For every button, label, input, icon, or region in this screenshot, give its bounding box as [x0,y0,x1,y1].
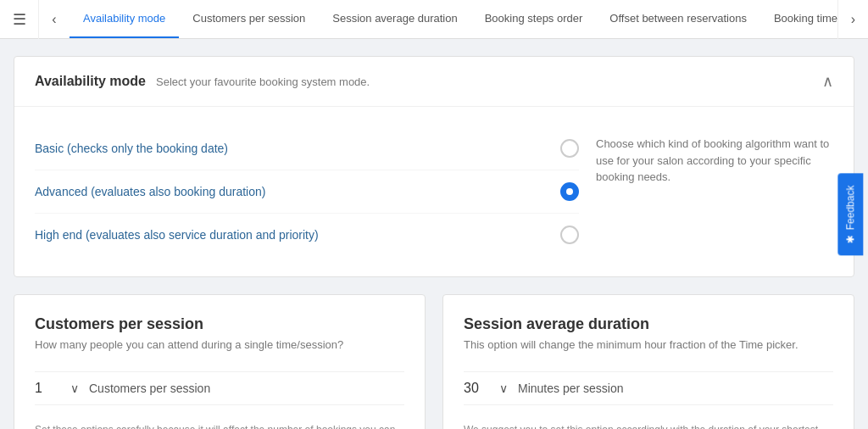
radio-option-advanced[interactable]: Advanced (evaluates also booking duratio… [35,170,579,214]
customers-dropdown-arrow[interactable]: ∨ [70,382,79,395]
session-input-row: 30 ∨ Minutes per session [464,371,833,405]
availability-title-group: Availability mode Select your favourite … [35,74,370,89]
customers-card-title: Customers per session [35,315,404,333]
top-navigation: ☰ ‹ Availability mode Customers per sess… [0,0,868,39]
availability-mode-description: Choose which kind of booking algorithm w… [596,127,833,256]
radio-option-basic[interactable]: Basic (checks only the booking date) [35,127,579,170]
tab-booking-steps-order[interactable]: Booking steps order [471,0,597,38]
radio-button-basic[interactable] [560,139,579,158]
customers-card-subtitle: How many people you can attend during a … [35,338,404,351]
session-dropdown-arrow[interactable]: ∨ [499,382,508,395]
availability-mode-card: Availability mode Select your favourite … [14,56,854,277]
tab-booking-time-range[interactable]: Booking time range [760,0,837,38]
hamburger-menu-icon[interactable]: ☰ [0,0,39,39]
tab-offset-between-reservations[interactable]: Offset between reservations [596,0,760,38]
customers-input-label: Customers per session [89,382,210,395]
availability-mode-body: Basic (checks only the booking date) Adv… [14,107,854,276]
customers-footer-note: Set these options carefully because it w… [35,422,404,429]
session-average-duration-card: Session average duration This option wil… [442,294,854,429]
collapse-icon[interactable]: ∧ [822,72,833,91]
session-card-title: Session average duration [464,315,833,333]
tab-availability-mode[interactable]: Availability mode [70,0,179,38]
forward-arrow-icon[interactable]: › [837,0,868,39]
availability-mode-subtitle: Select your favourite booking system mod… [156,75,370,88]
session-footer-note: We suggest you to set this option accord… [464,422,833,429]
availability-mode-title: Availability mode [35,74,146,89]
nav-tabs: Availability mode Customers per session … [70,0,837,38]
customers-per-session-card: Customers per session How many people yo… [14,294,426,429]
feedback-button[interactable]: ✱ Feedback [838,174,864,256]
feedback-icon: ✱ [845,235,857,243]
availability-mode-header: Availability mode Select your favourite … [14,57,854,107]
tab-customers-per-session[interactable]: Customers per session [179,0,319,38]
tab-session-average-duration[interactable]: Session average duration [319,0,470,38]
radio-button-highend[interactable] [560,226,579,244]
radio-label-advanced: Advanced (evaluates also booking duratio… [35,185,547,198]
customers-input-row: 1 ∨ Customers per session [35,371,404,405]
session-value: 30 [464,381,489,396]
bottom-cards: Customers per session How many people yo… [14,294,854,429]
radio-button-advanced[interactable] [560,182,579,201]
main-content: Availability mode Select your favourite … [0,39,868,429]
customers-value: 1 [35,381,60,396]
feedback-label: Feedback [845,186,857,231]
radio-label-basic: Basic (checks only the booking date) [35,142,547,155]
radio-label-highend: High end (evaluates also service duratio… [35,228,547,242]
radio-option-highend[interactable]: High end (evaluates also service duratio… [35,214,579,256]
session-card-subtitle: This option will change the minimum hour… [464,338,833,351]
back-arrow-icon[interactable]: ‹ [39,0,70,39]
session-input-label: Minutes per session [518,382,624,395]
radio-options-group: Basic (checks only the booking date) Adv… [35,127,579,256]
